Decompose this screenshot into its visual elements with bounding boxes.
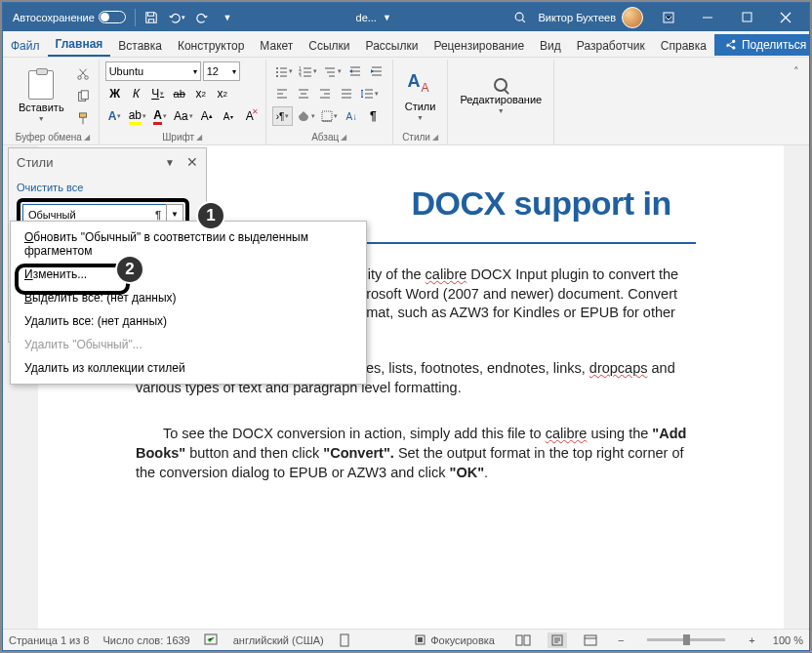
ctx-select-all[interactable]: Выделить все: (нет данных) xyxy=(11,286,366,309)
font-group-label: Шрифт xyxy=(162,132,194,143)
ctx-modify-style[interactable]: Изменить... xyxy=(11,263,366,286)
styles-pane-options[interactable]: ▼ xyxy=(153,157,186,168)
numbering-button[interactable]: 123▾ xyxy=(297,61,319,81)
font-launcher[interactable]: ◢ xyxy=(196,133,202,142)
tab-view[interactable]: Вид xyxy=(532,34,569,57)
group-paragraph: ▾ 123▾ ▾ ▾ ›¶▾ ▾ xyxy=(266,60,393,144)
user-account[interactable]: Виктор Бухтеев xyxy=(533,7,649,28)
font-size-select[interactable]: 12▾ xyxy=(203,61,240,81)
svg-rect-7 xyxy=(79,113,86,117)
undo-button[interactable]: ▾ xyxy=(164,5,189,30)
tab-insert[interactable]: Вставка xyxy=(110,34,170,57)
editing-button[interactable]: Редактирование ▼ xyxy=(454,61,548,130)
doc-name[interactable]: de... xyxy=(356,12,377,23)
paste-button[interactable]: Вставить ▼ xyxy=(13,61,70,130)
dec-indent-button[interactable] xyxy=(345,61,365,81)
status-words[interactable]: Число слов: 1639 xyxy=(102,634,189,646)
borders-button[interactable]: ▾ xyxy=(319,106,340,126)
shading-button[interactable]: ▾ xyxy=(295,106,317,126)
avatar-icon xyxy=(622,7,643,28)
ctx-remove-gallery[interactable]: Удалить из коллекции стилей xyxy=(11,356,366,380)
print-layout-button[interactable] xyxy=(548,633,567,648)
tab-mailings[interactable]: Рассылки xyxy=(358,34,426,57)
clipboard-launcher[interactable]: ◢ xyxy=(84,133,90,142)
styles-gallery-button[interactable]: Стили ▼ xyxy=(399,61,442,130)
highlight-button[interactable]: ab▾ xyxy=(127,106,148,126)
read-mode-button[interactable] xyxy=(512,633,534,648)
ctx-delete-all[interactable]: Удалить все: (нет данных) xyxy=(11,309,366,333)
bullets-button[interactable]: ▾ xyxy=(272,61,295,81)
collapse-ribbon-button[interactable]: ˄ xyxy=(788,60,805,84)
ctx-update-style[interactable]: Обновить "Обычный" в соответствии с выде… xyxy=(11,225,366,263)
tab-developer[interactable]: Разработчик xyxy=(569,34,653,57)
font-name-select[interactable]: Ubuntu▾ xyxy=(105,61,201,81)
doc-name-dropdown-icon[interactable]: ▼ xyxy=(383,13,391,22)
clear-all-link[interactable]: Очистить все xyxy=(17,182,198,193)
line-spacing-button[interactable]: ▾ xyxy=(358,84,381,103)
svg-point-3 xyxy=(77,76,81,80)
subscript-button[interactable]: x2 xyxy=(191,84,211,103)
share-button[interactable]: Поделиться xyxy=(714,34,810,56)
align-right-button[interactable] xyxy=(315,84,335,103)
styles-pane-close[interactable]: ✕ xyxy=(186,154,198,170)
current-style-label: Обычный xyxy=(28,209,76,221)
share-label: Поделиться xyxy=(742,38,806,52)
status-spellcheck[interactable] xyxy=(204,633,220,646)
status-accessibility[interactable] xyxy=(338,633,351,647)
qat-customize[interactable]: ▼ xyxy=(215,5,240,30)
clear-formatting-button[interactable]: A✕ xyxy=(240,106,260,126)
strikethrough-button[interactable]: ab xyxy=(170,84,189,103)
toggle-switch-icon xyxy=(99,11,126,23)
tab-home[interactable]: Главная xyxy=(48,32,111,57)
zoom-level[interactable]: 100 % xyxy=(773,634,803,646)
maximize-button[interactable] xyxy=(727,3,766,31)
titlebar: Автосохранение ▾ ▼ de... ▼ Виктор Бухтее… xyxy=(3,3,809,31)
zoom-out-button[interactable]: − xyxy=(614,633,628,648)
save-button[interactable] xyxy=(139,5,164,30)
tab-review[interactable]: Рецензирование xyxy=(426,34,532,57)
shrink-font-button[interactable]: A▾ xyxy=(219,106,238,126)
format-painter-button[interactable] xyxy=(73,109,93,129)
annotation-badge-2: 2 xyxy=(115,255,144,284)
tab-layout[interactable]: Макет xyxy=(252,34,301,57)
search-button[interactable] xyxy=(508,5,533,30)
tab-design[interactable]: Конструктор xyxy=(170,34,252,57)
align-center-button[interactable] xyxy=(294,84,313,103)
copy-button[interactable] xyxy=(73,87,93,106)
zoom-slider[interactable] xyxy=(647,638,725,641)
tab-file[interactable]: Файл xyxy=(3,34,48,57)
zoom-in-button[interactable]: + xyxy=(745,633,758,648)
tab-help[interactable]: Справка xyxy=(653,34,714,57)
cut-button[interactable] xyxy=(73,64,93,84)
justify-button[interactable] xyxy=(337,84,356,103)
focus-mode-button[interactable]: Фокусировка xyxy=(410,632,499,648)
redo-button[interactable] xyxy=(189,5,215,30)
svg-point-10 xyxy=(276,75,278,77)
ribbon-options-button[interactable] xyxy=(649,3,688,31)
sort-button[interactable]: А↓ xyxy=(342,106,361,126)
superscript-button[interactable]: x2 xyxy=(213,84,232,103)
text-effects-button[interactable]: A▾ xyxy=(105,106,125,126)
status-page[interactable]: Страница 1 из 8 xyxy=(9,634,89,646)
underline-button[interactable]: Ч▾ xyxy=(148,84,168,103)
text-direction-button[interactable]: ›¶▾ xyxy=(272,106,294,126)
multilevel-button[interactable]: ▾ xyxy=(321,61,344,81)
close-button[interactable] xyxy=(766,3,805,31)
show-marks-button[interactable]: ¶ xyxy=(363,106,383,126)
autosave-toggle[interactable]: Автосохранение xyxy=(7,11,132,23)
styles-launcher[interactable]: ◢ xyxy=(432,133,438,142)
status-language[interactable]: английский (США) xyxy=(233,634,324,646)
minimize-button[interactable] xyxy=(688,3,727,31)
font-color-button[interactable]: А▾ xyxy=(150,106,170,126)
web-layout-button[interactable] xyxy=(581,633,600,648)
paragraph-launcher[interactable]: ◢ xyxy=(341,133,346,142)
italic-button[interactable]: К xyxy=(127,84,146,103)
change-case-button[interactable]: Aa▾ xyxy=(172,106,195,126)
inc-indent-button[interactable] xyxy=(367,61,386,81)
grow-font-button[interactable]: A▴ xyxy=(197,106,217,126)
svg-point-8 xyxy=(276,67,278,69)
doc-paragraph[interactable]: To see the DOCX conversion in action, si… xyxy=(136,425,696,482)
bold-button[interactable]: Ж xyxy=(105,84,125,103)
tab-references[interactable]: Ссылки xyxy=(301,34,357,57)
align-left-button[interactable] xyxy=(272,84,292,103)
